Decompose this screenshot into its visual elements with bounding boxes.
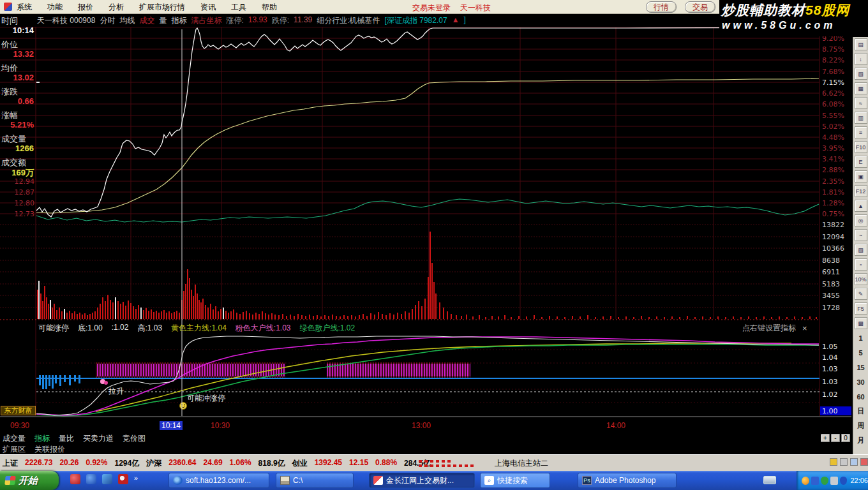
eastmoney-tag: 东方财富 [1, 406, 36, 415]
alert-icon[interactable] [860, 458, 868, 466]
image-icon[interactable]: ▩ [855, 317, 867, 329]
trade-button[interactable]: 交易 [685, 1, 715, 13]
mini-chart-icon[interactable]: ▫ [855, 258, 867, 271]
chart-header-segment[interactable]: 分时 [100, 15, 115, 26]
chart-header-segment[interactable]: 13.93 [248, 15, 267, 26]
zoom-out-button[interactable]: - [831, 434, 840, 442]
tab-indicator[interactable]: 指标 [34, 433, 50, 443]
index-quote-segment: 1294亿 [114, 458, 139, 469]
sidebar-quote-row: 价位 13.32 [0, 39, 36, 61]
menu-item[interactable]: 帮助 [262, 2, 277, 13]
quick-launch-icon-4[interactable] [118, 474, 128, 484]
close-icon[interactable]: × [802, 325, 807, 332]
chart-header-segment[interactable]: 11.39 [294, 15, 312, 26]
period-1min-button[interactable]: 1 [855, 332, 867, 344]
quick-launch-icon-3[interactable] [102, 474, 112, 484]
time-axis-1400: 14:00 [606, 421, 625, 430]
tdx-stock-app: 9.20%8.75%8.22%7.68%7.15%6.62%6.08%5.55%… [0, 0, 868, 490]
quote-table-icon[interactable]: ▦ [855, 82, 867, 94]
period-month-button[interactable]: 月 [855, 434, 867, 447]
f5-button[interactable]: F5 [855, 302, 867, 315]
svg-text:12.87: 12.87 [15, 188, 35, 197]
kline-icon[interactable]: ▥ [855, 112, 867, 124]
menu-item[interactable]: 系统 [17, 2, 32, 13]
time-axis-crosshair: 10:14 [160, 421, 183, 430]
trend-line-icon[interactable]: ≈ [855, 97, 867, 109]
mailbox-icon[interactable] [830, 458, 837, 466]
zoom-reset-button[interactable]: 0 [841, 434, 850, 442]
taskbar-button-cdrive[interactable]: C:\ [276, 473, 354, 488]
tab-extension-area[interactable]: 扩展区 [3, 444, 26, 454]
taskbar-button-trading-app[interactable]: 金长江网上交易财... [369, 473, 475, 488]
taskbar-button-photoshop[interactable]: Ps Adobe Photoshop [578, 473, 677, 488]
period-60min-button[interactable]: 60 [855, 390, 867, 403]
pencil-icon[interactable]: ✎ [855, 288, 867, 300]
menu-item[interactable]: 分析 [108, 2, 124, 13]
indicator-header-segment: 黄色主力线:1.04 [171, 323, 227, 333]
chart-header-segment[interactable]: 满占坐标 [191, 15, 221, 26]
chart-header-segment[interactable]: 成交 [139, 15, 154, 26]
chart-header-segment[interactable]: 天一科技 000908 [37, 15, 95, 26]
taskbar-button-hao123[interactable]: soft.hao123.com/... [168, 473, 269, 488]
menu-item[interactable]: 工具 [231, 2, 246, 13]
svg-text:1.28%: 1.28% [822, 199, 844, 207]
menu-item[interactable]: 功能 [47, 2, 63, 13]
keyboard-icon[interactable] [763, 476, 776, 484]
menu-item[interactable]: 扩展市场行情 [139, 2, 185, 13]
period-5min-button[interactable]: 5 [855, 346, 867, 359]
band-icon[interactable]: ▨ [855, 244, 867, 256]
period-15min-button[interactable]: 15 [855, 361, 867, 373]
tab-auction-chart[interactable]: 竞价图 [123, 433, 146, 443]
tab-linked-quotes[interactable]: 关联报价 [34, 444, 65, 454]
export-chart-icon[interactable]: ▧ [855, 68, 867, 80]
f12-button[interactable]: F12 [855, 185, 867, 197]
svg-text:8.75%: 8.75% [822, 45, 844, 54]
period-30min-button[interactable]: 30 [855, 376, 867, 388]
menu-item[interactable]: 报价 [78, 2, 93, 13]
updown-icon[interactable]: ▲ [855, 200, 867, 212]
chart-header-segment[interactable]: ] [464, 15, 466, 26]
ie-quick-launch-icon[interactable] [86, 474, 96, 484]
menu-items: 系统功能报价分析扩展市场行情资讯工具帮助 [17, 0, 277, 14]
info-icon[interactable]: ▤ [855, 38, 867, 50]
sort-arrows-icon[interactable] [850, 458, 858, 466]
taskbar-button-quick-search[interactable]: ⌕ 快捷搜索 [480, 473, 550, 488]
chart-header-segment[interactable]: 指标 [171, 15, 186, 26]
chart-header-segment[interactable]: [深证成指 7982.07 [385, 15, 447, 26]
chart-header-segment[interactable]: ▲ [452, 15, 460, 26]
tab-buy-sell-force[interactable]: 买卖力道 [83, 433, 114, 443]
e-button[interactable]: E [855, 156, 867, 168]
list-icon[interactable]: ≡ [855, 126, 867, 138]
percent-scale-button[interactable]: 10% [855, 273, 867, 285]
quotes-button[interactable]: 行情 [646, 1, 677, 13]
app-icon[interactable] [4, 3, 12, 11]
tray-icon-1[interactable] [802, 477, 809, 485]
chart-header-segment[interactable]: 细分行业:机械基件 [317, 15, 380, 26]
chart-header-segment[interactable]: 涨停: [226, 15, 243, 26]
grid-icon[interactable] [840, 458, 848, 466]
tray-shield-icon[interactable] [821, 477, 828, 485]
tray-icon-4[interactable] [830, 477, 838, 485]
server-name[interactable]: 上海电信主站二 [495, 458, 548, 469]
quick-launch-icon-1[interactable] [70, 474, 80, 484]
indicator-tabs: 成交量 指标 量比 买卖力道 竞价图 [3, 433, 146, 443]
period-week-button[interactable]: 周 [855, 420, 867, 432]
tab-volume[interactable]: 成交量 [3, 433, 26, 443]
tray-icon-2[interactable] [811, 477, 819, 485]
wave-icon[interactable]: ~ [855, 229, 867, 241]
f10-button[interactable]: F10 [855, 141, 867, 153]
chart-header-segment[interactable]: 均线 [119, 15, 135, 26]
zoom-in-button[interactable]: + [821, 434, 830, 442]
period-day-button[interactable]: 日 [855, 405, 867, 417]
download-arrow-icon[interactable]: ↓ [855, 53, 867, 65]
magnifier-icon[interactable]: ◎ [855, 214, 867, 226]
tab-liangbi[interactable]: 量比 [59, 433, 74, 443]
chart-header-segment[interactable]: 跌停: [272, 15, 289, 26]
index-quote-segment: 818.9亿 [258, 458, 285, 469]
chevron-more-icon[interactable]: » [134, 474, 140, 484]
menu-item[interactable]: 资讯 [200, 2, 216, 13]
frame-icon[interactable]: ▣ [855, 170, 867, 182]
start-button[interactable]: 开始 [0, 471, 59, 490]
chart-header-segment[interactable]: 量 [159, 15, 167, 26]
tray-shield2-icon[interactable] [840, 477, 848, 485]
